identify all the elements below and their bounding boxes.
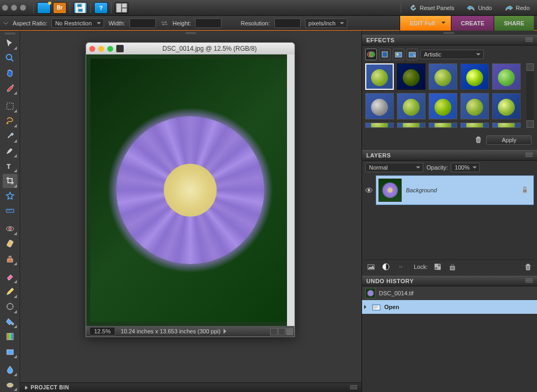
effect-thumb[interactable] [460,123,489,128]
layer-item[interactable]: Background [376,175,534,205]
paint-bucket-tool[interactable] [3,315,17,329]
effects-panel-header[interactable]: EFFECTS [362,35,537,45]
effect-thumb[interactable] [397,93,425,119]
visibility-toggle-icon[interactable] [365,186,373,194]
adjustment-layer-icon[interactable] [381,262,391,272]
selection-brush-tool[interactable] [3,144,17,158]
project-bin[interactable]: PROJECT BIN [20,382,362,392]
chevron-down-icon[interactable] [3,21,8,26]
effect-thumb[interactable] [429,123,457,128]
history-panel-header[interactable]: UNDO HISTORY [362,276,537,286]
zoom-window[interactable] [20,5,26,11]
document-window[interactable]: DSC_0014.jpg @ 12.5% (RGB/8) 12.5% 10.24… [86,42,295,337]
lasso-tool[interactable] [3,114,17,128]
effect-thumb[interactable] [397,63,425,90]
filters-tab-icon[interactable] [365,49,377,60]
red-eye-tool[interactable] [3,222,17,236]
tab-share[interactable]: SHARE [494,16,534,31]
layers-panel-header[interactable]: LAYERS [362,150,537,161]
chevron-right-icon[interactable] [24,386,29,390]
effect-thumb[interactable] [429,93,457,119]
aspect-ratio-select[interactable]: No Restriction [51,18,104,28]
minimize-window[interactable] [11,5,17,11]
effect-thumb[interactable] [460,93,489,119]
effects-menu-icon[interactable] [525,37,533,43]
image-canvas[interactable] [86,54,294,326]
layers-menu-icon[interactable] [525,152,533,158]
magic-wand-tool[interactable] [3,129,17,143]
info-menu-icon[interactable] [224,329,229,334]
lock-all-icon[interactable] [448,262,457,272]
save-button[interactable] [73,2,87,14]
resolution-input[interactable] [274,18,301,28]
brush-tool[interactable] [3,300,17,313]
effects-scrollbar[interactable] [526,63,534,128]
eraser-tool[interactable] [3,270,17,284]
history-step-row[interactable]: Open [362,300,537,314]
layer-thumbnail[interactable] [378,179,402,202]
doc-minimize-icon[interactable] [98,46,104,52]
zoom-tool[interactable] [3,51,17,65]
effect-thumb[interactable] [492,63,521,90]
history-menu-icon[interactable] [525,278,533,284]
tab-edit[interactable]: EDIT Full [400,16,451,31]
bridge-button[interactable]: Br [53,2,67,14]
arrange-button[interactable] [115,2,128,14]
effect-thumb[interactable] [397,123,425,128]
document-titlebar[interactable]: DSC_0014.jpg @ 12.5% (RGB/8) [86,43,294,54]
marquee-tool[interactable] [3,99,17,113]
link-layers-icon[interactable] [396,262,405,272]
apply-button[interactable]: Apply [486,135,532,145]
opacity-input[interactable]: 100% [451,163,479,172]
gradient-tool[interactable] [3,330,17,343]
sponge-tool[interactable] [3,378,17,391]
move-tool[interactable] [3,36,17,50]
clone-stamp-tool[interactable] [3,252,17,266]
tab-create[interactable]: CREATE [451,16,494,31]
delete-layer-icon[interactable] [523,262,533,272]
effect-thumb[interactable] [429,63,457,90]
hand-tool[interactable] [3,66,17,80]
zoom-level[interactable]: 12.5% [89,327,115,335]
redo-button[interactable]: Redo [499,2,535,14]
effect-thumb[interactable] [365,123,394,128]
effect-thumb[interactable] [492,93,521,119]
height-input[interactable] [195,18,221,28]
lock-transparency-icon[interactable] [433,262,442,272]
doc-zoom-icon[interactable] [107,46,113,52]
swap-icon[interactable] [160,20,169,26]
layer-name[interactable]: Background [406,187,437,193]
crop-tool[interactable] [3,174,17,188]
delete-effect-icon[interactable] [475,136,482,144]
type-tool[interactable]: T [3,159,17,173]
reset-panels-button[interactable]: Reset Panels [404,2,459,14]
blur-tool[interactable] [3,362,17,376]
resolution-units-select[interactable]: pixels/inch [305,18,347,28]
layer-styles-tab-icon[interactable] [379,49,391,60]
blend-mode-select[interactable]: Normal [365,163,423,172]
cookie-cutter-tool[interactable] [3,189,17,203]
shape-tool[interactable] [3,344,17,358]
project-bin-menu-icon[interactable] [350,385,357,391]
all-tab-icon[interactable] [406,49,418,60]
canvas-grip[interactable] [20,31,362,35]
vertical-scrollbar[interactable] [287,54,294,326]
width-input[interactable] [129,18,156,28]
eyedropper-tool[interactable] [3,81,17,95]
effect-thumb[interactable] [365,93,394,119]
effect-thumb[interactable] [492,123,521,128]
effects-category-select[interactable]: Artistic [420,50,484,59]
help-button[interactable]: ? [94,2,108,14]
toolbox-grip[interactable] [0,32,20,36]
undo-button[interactable]: Undo [461,2,497,14]
document-proxy-icon[interactable] [116,45,124,52]
photo-effects-tab-icon[interactable] [393,49,404,60]
healing-brush-tool[interactable] [3,237,17,250]
straighten-tool[interactable] [3,204,17,218]
horizontal-scrollbar[interactable] [270,328,293,335]
new-document-button[interactable] [37,2,51,14]
new-layer-icon[interactable] [366,262,376,272]
panels-grip[interactable] [362,31,537,35]
doc-close-icon[interactable] [89,46,95,52]
effect-thumb[interactable] [365,63,394,90]
